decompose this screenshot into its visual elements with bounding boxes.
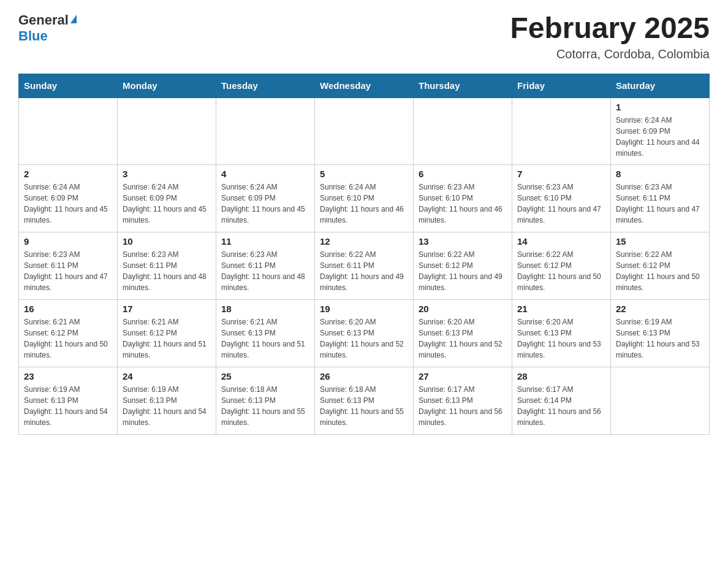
- day-number: 17: [123, 304, 211, 314]
- day-info: Sunrise: 6:19 AMSunset: 6:13 PMDaylight:…: [24, 384, 112, 428]
- day-info: Sunrise: 6:22 AMSunset: 6:12 PMDaylight:…: [616, 249, 704, 293]
- calendar-cell: 26Sunrise: 6:18 AMSunset: 6:13 PMDayligh…: [315, 367, 414, 435]
- month-title: February 2025: [510, 12, 710, 45]
- day-number: 11: [221, 236, 309, 247]
- calendar-cell: 18Sunrise: 6:21 AMSunset: 6:13 PMDayligh…: [216, 300, 315, 367]
- calendar-cell: [512, 98, 611, 165]
- calendar-cell: 19Sunrise: 6:20 AMSunset: 6:13 PMDayligh…: [315, 300, 414, 367]
- day-info: Sunrise: 6:23 AMSunset: 6:10 PMDaylight:…: [517, 182, 605, 226]
- day-info: Sunrise: 6:17 AMSunset: 6:13 PMDaylight:…: [419, 384, 507, 428]
- calendar-cell: [19, 98, 118, 165]
- day-number: 5: [320, 169, 408, 179]
- day-info: Sunrise: 6:23 AMSunset: 6:10 PMDaylight:…: [419, 182, 507, 226]
- day-number: 19: [320, 304, 408, 314]
- day-info: Sunrise: 6:19 AMSunset: 6:13 PMDaylight:…: [123, 384, 211, 428]
- day-number: 28: [517, 371, 605, 381]
- day-info: Sunrise: 6:20 AMSunset: 6:13 PMDaylight:…: [517, 316, 605, 361]
- calendar-cell: 12Sunrise: 6:22 AMSunset: 6:11 PMDayligh…: [315, 232, 414, 300]
- day-info: Sunrise: 6:24 AMSunset: 6:09 PMDaylight:…: [616, 115, 704, 159]
- calendar-week-row: 16Sunrise: 6:21 AMSunset: 6:12 PMDayligh…: [19, 300, 710, 367]
- day-info: Sunrise: 6:22 AMSunset: 6:11 PMDaylight:…: [320, 249, 408, 293]
- day-number: 24: [123, 371, 211, 381]
- day-number: 10: [123, 236, 211, 247]
- calendar-cell: 11Sunrise: 6:23 AMSunset: 6:11 PMDayligh…: [216, 232, 315, 300]
- calendar-cell: 16Sunrise: 6:21 AMSunset: 6:12 PMDayligh…: [19, 300, 118, 367]
- day-number: 25: [221, 371, 309, 381]
- day-number: 8: [616, 169, 704, 179]
- calendar-cell: [315, 98, 414, 165]
- day-number: 23: [24, 371, 112, 381]
- location-subtitle: Cotorra, Cordoba, Colombia: [510, 47, 710, 61]
- day-info: Sunrise: 6:22 AMSunset: 6:12 PMDaylight:…: [419, 249, 507, 293]
- calendar-cell: 6Sunrise: 6:23 AMSunset: 6:10 PMDaylight…: [414, 165, 512, 232]
- title-block: February 2025 Cotorra, Cordoba, Colombia: [510, 12, 710, 61]
- calendar-cell: 13Sunrise: 6:22 AMSunset: 6:12 PMDayligh…: [414, 232, 512, 300]
- day-number: 14: [517, 236, 605, 247]
- day-number: 26: [320, 371, 408, 381]
- calendar-cell: 4Sunrise: 6:24 AMSunset: 6:09 PMDaylight…: [216, 165, 315, 232]
- day-info: Sunrise: 6:23 AMSunset: 6:11 PMDaylight:…: [616, 182, 704, 226]
- day-info: Sunrise: 6:18 AMSunset: 6:13 PMDaylight:…: [320, 384, 408, 428]
- day-header-thursday: Thursday: [414, 74, 512, 98]
- day-info: Sunrise: 6:19 AMSunset: 6:13 PMDaylight:…: [616, 316, 704, 361]
- day-number: 13: [419, 236, 507, 247]
- day-number: 18: [221, 304, 309, 314]
- calendar-week-row: 2Sunrise: 6:24 AMSunset: 6:09 PMDaylight…: [19, 165, 710, 232]
- logo-triangle-icon: [70, 15, 77, 23]
- day-number: 21: [517, 304, 605, 314]
- day-number: 22: [616, 304, 704, 314]
- day-header-wednesday: Wednesday: [315, 74, 414, 98]
- day-info: Sunrise: 6:24 AMSunset: 6:09 PMDaylight:…: [123, 182, 211, 226]
- calendar-cell: 8Sunrise: 6:23 AMSunset: 6:11 PMDaylight…: [611, 165, 710, 232]
- logo: General Blue: [18, 12, 77, 44]
- calendar-cell: 14Sunrise: 6:22 AMSunset: 6:12 PMDayligh…: [512, 232, 611, 300]
- day-info: Sunrise: 6:20 AMSunset: 6:13 PMDaylight:…: [320, 316, 408, 361]
- calendar-cell: 22Sunrise: 6:19 AMSunset: 6:13 PMDayligh…: [611, 300, 710, 367]
- page-header: General Blue February 2025 Cotorra, Cord…: [18, 12, 710, 61]
- calendar-header-row: SundayMondayTuesdayWednesdayThursdayFrid…: [19, 74, 710, 98]
- calendar-cell: [118, 98, 216, 165]
- logo-general-text: General: [18, 12, 69, 28]
- day-info: Sunrise: 6:24 AMSunset: 6:09 PMDaylight:…: [24, 182, 112, 226]
- day-number: 12: [320, 236, 408, 247]
- calendar-cell: 24Sunrise: 6:19 AMSunset: 6:13 PMDayligh…: [118, 367, 216, 435]
- day-number: 20: [419, 304, 507, 314]
- calendar-cell: [611, 367, 710, 435]
- day-number: 16: [24, 304, 112, 314]
- day-info: Sunrise: 6:24 AMSunset: 6:10 PMDaylight:…: [320, 182, 408, 226]
- day-info: Sunrise: 6:21 AMSunset: 6:12 PMDaylight:…: [123, 316, 211, 361]
- day-number: 7: [517, 169, 605, 179]
- day-header-tuesday: Tuesday: [216, 74, 315, 98]
- day-info: Sunrise: 6:24 AMSunset: 6:09 PMDaylight:…: [221, 182, 309, 226]
- calendar-cell: 28Sunrise: 6:17 AMSunset: 6:14 PMDayligh…: [512, 367, 611, 435]
- calendar-cell: [414, 98, 512, 165]
- calendar-cell: 3Sunrise: 6:24 AMSunset: 6:09 PMDaylight…: [118, 165, 216, 232]
- day-number: 6: [419, 169, 507, 179]
- day-info: Sunrise: 6:22 AMSunset: 6:12 PMDaylight:…: [517, 249, 605, 293]
- logo-blue-text: Blue: [18, 28, 48, 44]
- day-info: Sunrise: 6:23 AMSunset: 6:11 PMDaylight:…: [24, 249, 112, 293]
- day-header-saturday: Saturday: [611, 74, 710, 98]
- day-header-monday: Monday: [118, 74, 216, 98]
- calendar-cell: 21Sunrise: 6:20 AMSunset: 6:13 PMDayligh…: [512, 300, 611, 367]
- calendar-table: SundayMondayTuesdayWednesdayThursdayFrid…: [18, 74, 710, 435]
- day-number: 15: [616, 236, 704, 247]
- day-info: Sunrise: 6:21 AMSunset: 6:12 PMDaylight:…: [24, 316, 112, 361]
- day-number: 1: [616, 102, 704, 112]
- day-info: Sunrise: 6:21 AMSunset: 6:13 PMDaylight:…: [221, 316, 309, 361]
- calendar-cell: 27Sunrise: 6:17 AMSunset: 6:13 PMDayligh…: [414, 367, 512, 435]
- calendar-cell: 17Sunrise: 6:21 AMSunset: 6:12 PMDayligh…: [118, 300, 216, 367]
- calendar-cell: 1Sunrise: 6:24 AMSunset: 6:09 PMDaylight…: [611, 98, 710, 165]
- calendar-cell: 15Sunrise: 6:22 AMSunset: 6:12 PMDayligh…: [611, 232, 710, 300]
- calendar-cell: 10Sunrise: 6:23 AMSunset: 6:11 PMDayligh…: [118, 232, 216, 300]
- calendar-cell: 25Sunrise: 6:18 AMSunset: 6:13 PMDayligh…: [216, 367, 315, 435]
- day-header-friday: Friday: [512, 74, 611, 98]
- calendar-cell: 23Sunrise: 6:19 AMSunset: 6:13 PMDayligh…: [19, 367, 118, 435]
- calendar-cell: 5Sunrise: 6:24 AMSunset: 6:10 PMDaylight…: [315, 165, 414, 232]
- day-number: 27: [419, 371, 507, 381]
- day-number: 3: [123, 169, 211, 179]
- day-number: 2: [24, 169, 112, 179]
- calendar-cell: 9Sunrise: 6:23 AMSunset: 6:11 PMDaylight…: [19, 232, 118, 300]
- calendar-week-row: 1Sunrise: 6:24 AMSunset: 6:09 PMDaylight…: [19, 98, 710, 165]
- calendar-cell: 2Sunrise: 6:24 AMSunset: 6:09 PMDaylight…: [19, 165, 118, 232]
